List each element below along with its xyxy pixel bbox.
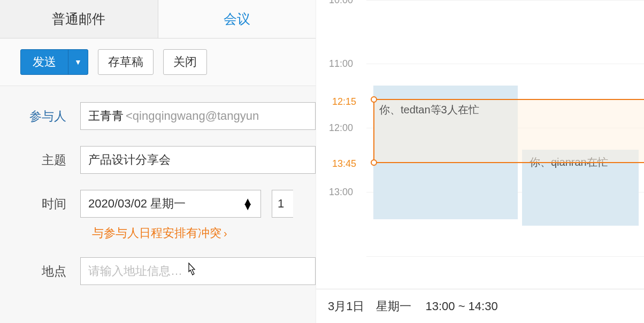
location-input[interactable]: 请输入地址信息… xyxy=(80,257,316,285)
busy-text-1: 你、tedtan等3人在忙 xyxy=(379,103,479,117)
subject-label: 主题 xyxy=(21,152,80,168)
compose-toolbar: 发送 ▼ 存草稿 关闭 xyxy=(0,39,316,86)
subject-value: 产品设计分享会 xyxy=(88,152,171,168)
calendar-footer: 3月1日 星期一 13:00 ~ 14:30 xyxy=(316,289,644,323)
participants-label: 参与人 xyxy=(21,108,80,125)
conflict-warning-text: 与参与人日程安排有冲突 xyxy=(92,225,221,241)
date-value: 2020/03/02 星期一 xyxy=(88,196,186,212)
time-marker-start: 12:15 xyxy=(332,96,356,107)
location-placeholder: 请输入地址信息… xyxy=(88,263,182,279)
busy-text-2: 你、qianran在忙 xyxy=(522,150,639,175)
send-label: 发送 xyxy=(21,50,68,74)
footer-date: 3月1日 xyxy=(328,298,364,314)
time-start-value: 1 xyxy=(278,197,284,211)
footer-day: 星期一 xyxy=(376,298,411,314)
time-start-select[interactable]: 1 xyxy=(272,190,293,218)
subject-input[interactable]: 产品设计分享会 xyxy=(80,146,316,174)
chevron-right-icon: › xyxy=(224,227,227,240)
send-button[interactable]: 发送 ▼ xyxy=(20,49,88,75)
hour-10: 10:00 xyxy=(329,0,353,6)
close-button[interactable]: 关闭 xyxy=(163,49,207,75)
chevron-down-icon[interactable]: ▼ xyxy=(68,50,88,74)
location-label: 地点 xyxy=(21,263,80,280)
meeting-form: 参与人 王青青 <qingqingwang@tangyun 主题 产品设计分享会… xyxy=(0,86,316,323)
footer-time-range: 13:00 ~ 14:30 xyxy=(425,299,497,313)
participant-name: 王青青 xyxy=(88,108,124,124)
tab-regular-mail[interactable]: 普通邮件 xyxy=(0,0,158,38)
time-label: 时间 xyxy=(21,196,80,212)
time-marker-end: 13:45 xyxy=(332,158,356,170)
availability-panel: 10:00 11:00 12:00 13:00 12:15 13:45 你、qi… xyxy=(316,0,644,323)
participant-email: <qingqingwang@tangyun xyxy=(126,109,259,123)
tab-meeting[interactable]: 会议 xyxy=(158,0,316,38)
participants-input[interactable]: 王青青 <qingqingwang@tangyun xyxy=(80,102,316,130)
busy-block-2[interactable]: 你、qianran在忙 xyxy=(522,150,639,226)
spinner-icon: ▲▼ xyxy=(242,198,253,209)
schedule-conflict-link[interactable]: 与参与人日程安排有冲突 › xyxy=(92,225,316,241)
save-draft-button[interactable]: 存草稿 xyxy=(98,49,154,75)
hour-13: 13:00 xyxy=(329,187,353,198)
hour-12: 12:00 xyxy=(329,122,353,134)
hour-11: 11:00 xyxy=(329,58,353,70)
date-select[interactable]: 2020/03/02 星期一 ▲▼ xyxy=(80,190,261,218)
compose-tabs: 普通邮件 会议 xyxy=(0,0,316,39)
